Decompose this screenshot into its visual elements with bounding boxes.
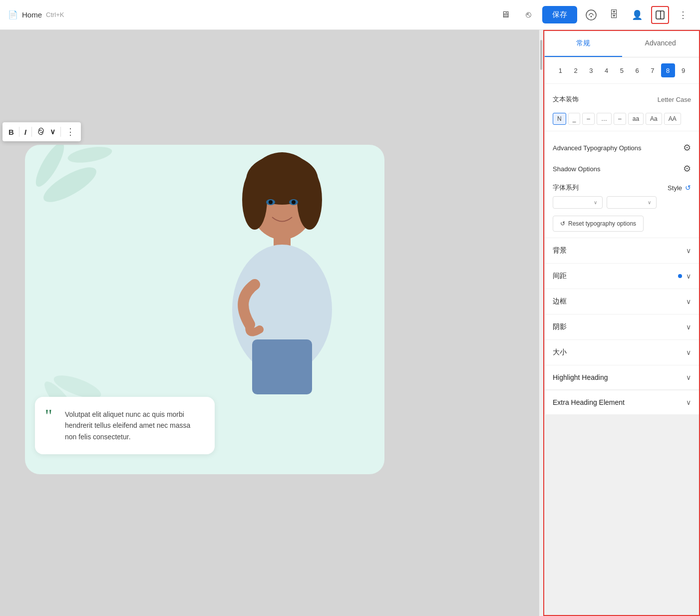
spacing-chevron-icon: ∨ bbox=[686, 272, 691, 280]
spacing-row-right: ∨ bbox=[678, 272, 691, 280]
num-btn-8[interactable]: 8 bbox=[661, 63, 675, 77]
svg-point-1 bbox=[591, 15, 592, 17]
side-panel: 常规 Advanced 1 2 3 4 5 6 7 8 9 bbox=[544, 31, 699, 414]
quote-box: " Volutpat elit aliquet nunc ac quis mor… bbox=[35, 397, 215, 454]
database-button[interactable]: 🗄 bbox=[605, 6, 623, 24]
shadow-options-row: Shadow Options ⚙ bbox=[553, 158, 691, 179]
extra-heading-row-right: ∨ bbox=[686, 398, 691, 406]
deco-btn-uppercase[interactable]: AA bbox=[664, 113, 681, 125]
style-label: Style bbox=[668, 184, 682, 192]
shadow-chevron-icon: ∨ bbox=[686, 323, 691, 331]
svg-point-0 bbox=[586, 10, 596, 20]
quote-text: Volutpat elit aliquet nunc ac quis morbi… bbox=[65, 409, 203, 442]
font-family-select[interactable]: ∨ bbox=[553, 196, 603, 209]
background-row-right: ∨ bbox=[686, 247, 691, 255]
text-decoration-section: 文本装饰 Letter Case N _ – … – aa Aa AA bbox=[545, 84, 699, 131]
floating-toolbar: B I ∨ ⋮ bbox=[2, 122, 81, 141]
advanced-typography-gear-icon[interactable]: ⚙ bbox=[683, 142, 691, 153]
tab-normal-label: 常规 bbox=[576, 39, 590, 47]
svg-point-18 bbox=[292, 200, 296, 204]
background-chevron-icon: ∨ bbox=[686, 247, 691, 255]
num-btn-4[interactable]: 4 bbox=[600, 63, 614, 77]
svg-rect-2 bbox=[656, 11, 664, 19]
tab-normal[interactable]: 常规 bbox=[545, 31, 622, 57]
tab-advanced[interactable]: Advanced bbox=[622, 31, 700, 57]
num-btn-2[interactable]: 2 bbox=[569, 63, 583, 77]
section-background[interactable]: 背景 ∨ bbox=[545, 238, 699, 264]
decoration-options: N _ – … – aa Aa AA bbox=[553, 113, 691, 125]
canvas-area: B I ∨ ⋮ bbox=[0, 30, 539, 616]
reset-row: ↺ Reset typography options bbox=[553, 211, 691, 232]
toolbar-separator-3 bbox=[60, 127, 61, 137]
refresh-icon[interactable]: ↺ bbox=[685, 184, 691, 192]
reset-icon: ↺ bbox=[560, 220, 565, 227]
font-style-arrow-icon: ∨ bbox=[648, 200, 651, 205]
page-title: Home bbox=[22, 10, 42, 19]
num-btn-9[interactable]: 9 bbox=[677, 63, 691, 77]
quote-mark: " bbox=[45, 407, 52, 425]
section-spacing[interactable]: 间距 ∨ bbox=[545, 264, 699, 289]
num-btn-1[interactable]: 1 bbox=[553, 63, 567, 77]
section-highlight-heading[interactable]: Highlight Heading ∨ bbox=[545, 365, 699, 390]
deco-btn-lowercase[interactable]: aa bbox=[628, 113, 644, 125]
background-label: 背景 bbox=[553, 246, 567, 255]
deco-btn-strikethrough[interactable]: – bbox=[582, 113, 595, 125]
bold-button[interactable]: B bbox=[8, 128, 14, 136]
panel-border: 常规 Advanced 1 2 3 4 5 6 7 8 9 bbox=[543, 30, 700, 616]
num-btn-6[interactable]: 6 bbox=[630, 63, 644, 77]
person-photo bbox=[195, 145, 369, 394]
svg-rect-20 bbox=[252, 339, 312, 394]
topbar: 📄 Home Ctrl+K 🖥 ⎋ 保存 🗄 👤 ⋮ bbox=[0, 0, 700, 30]
shadow-options-gear-icon[interactable]: ⚙ bbox=[683, 163, 691, 174]
more-options-button[interactable]: ⋮ bbox=[66, 126, 75, 137]
highlight-heading-chevron-icon: ∨ bbox=[686, 373, 691, 381]
section-border[interactable]: 边框 ∨ bbox=[545, 289, 699, 314]
section-extra-heading[interactable]: Extra Heading Element ∨ bbox=[545, 390, 699, 414]
spacing-label: 间距 bbox=[553, 272, 567, 281]
num-btn-5[interactable]: 5 bbox=[615, 63, 629, 77]
more-vert-button[interactable]: ⋮ bbox=[674, 6, 692, 24]
deco-btn-overline[interactable]: … bbox=[597, 113, 612, 125]
topbar-right: 🖥 ⎋ 保存 🗄 👤 ⋮ bbox=[496, 6, 692, 24]
svg-point-13 bbox=[297, 170, 322, 230]
scroll-thumb bbox=[540, 40, 542, 70]
toolbar-separator-1 bbox=[19, 127, 19, 137]
user-button[interactable]: 👤 bbox=[628, 6, 646, 24]
main-area: B I ∨ ⋮ bbox=[0, 30, 700, 616]
reset-typography-button[interactable]: ↺ Reset typography options bbox=[553, 216, 644, 232]
tab-row: 常规 Advanced bbox=[545, 31, 699, 57]
deco-btn-underline[interactable]: _ bbox=[568, 113, 581, 125]
highlight-heading-row-right: ∨ bbox=[686, 373, 691, 381]
save-button[interactable]: 保存 bbox=[542, 6, 577, 23]
external-link-button[interactable]: ⎋ bbox=[519, 6, 537, 24]
deco-btn-dash[interactable]: – bbox=[614, 113, 626, 125]
italic-button[interactable]: I bbox=[24, 128, 26, 136]
layout-button[interactable] bbox=[651, 6, 669, 24]
border-label: 边框 bbox=[553, 297, 567, 306]
link-button[interactable] bbox=[37, 127, 45, 137]
section-shadow[interactable]: 阴影 ∨ bbox=[545, 314, 699, 340]
num-btn-3[interactable]: 3 bbox=[584, 63, 598, 77]
reset-typography-label: Reset typography options bbox=[568, 220, 636, 227]
advanced-typography-section: Advanced Typography Options ⚙ Shadow Opt… bbox=[545, 131, 699, 238]
deco-btn-n[interactable]: N bbox=[553, 113, 566, 125]
font-selects: ∨ ∨ bbox=[553, 196, 691, 209]
text-decoration-header: 文本装饰 Letter Case bbox=[553, 90, 691, 109]
grammarly-button[interactable] bbox=[582, 6, 600, 24]
toolbar-separator-2 bbox=[31, 127, 32, 137]
scroll-indicator[interactable] bbox=[539, 30, 543, 616]
deco-btn-capitalize[interactable]: Aa bbox=[646, 113, 662, 125]
font-style-select[interactable]: ∨ bbox=[607, 196, 657, 209]
text-decoration-label: 文本装饰 bbox=[553, 95, 579, 104]
svg-point-17 bbox=[269, 200, 273, 204]
person-svg bbox=[195, 145, 369, 394]
num-btn-7[interactable]: 7 bbox=[646, 63, 660, 77]
monitor-button[interactable]: 🖥 bbox=[496, 6, 514, 24]
shortcut-hint: Ctrl+K bbox=[46, 11, 64, 18]
dropdown-button[interactable]: ∨ bbox=[50, 127, 55, 136]
extra-heading-label: Extra Heading Element bbox=[553, 398, 625, 406]
section-size[interactable]: 大小 ∨ bbox=[545, 340, 699, 365]
extra-heading-chevron-icon: ∨ bbox=[686, 398, 691, 406]
tab-advanced-label: Advanced bbox=[645, 39, 676, 47]
advanced-typography-row: Advanced Typography Options ⚙ bbox=[553, 137, 691, 158]
